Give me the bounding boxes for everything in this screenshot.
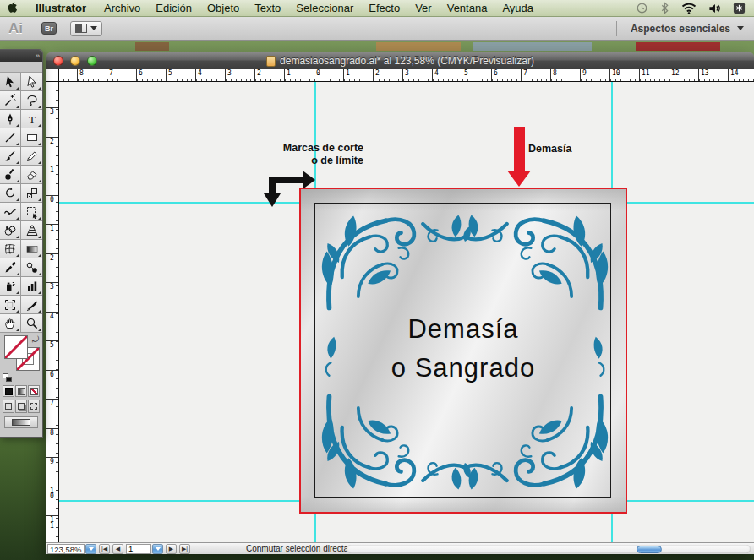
ruler-origin-corner[interactable]: [46, 69, 59, 82]
eyedropper-tool[interactable]: [0, 258, 21, 277]
default-fill-stroke-icon[interactable]: [3, 373, 13, 382]
last-page-button[interactable]: ▶|: [179, 544, 190, 554]
menu-status-icons: [636, 2, 754, 14]
menu-item-texto[interactable]: Texto: [247, 0, 288, 17]
direct-selection-tool[interactable]: [21, 73, 42, 91]
free-transform-tool[interactable]: [21, 203, 42, 221]
screen-mode-button[interactable]: [4, 416, 38, 428]
page-dropdown-button[interactable]: [152, 544, 163, 554]
canvas[interactable]: Demasía o Sangrado Marcas de corte o de …: [59, 82, 754, 542]
wifi-icon[interactable]: [681, 3, 697, 14]
zoom-window-button[interactable]: [87, 56, 97, 66]
eraser-tool[interactable]: [21, 166, 42, 184]
symbol-sprayer-tool[interactable]: [0, 277, 21, 296]
rectangle-tool[interactable]: [21, 128, 42, 147]
ruler-tick: [284, 69, 285, 82]
draw-inside-button[interactable]: [28, 400, 40, 413]
input-menu-icon[interactable]: [733, 2, 746, 14]
horizontal-scrollbar[interactable]: [347, 545, 751, 553]
gradient-tool[interactable]: [21, 240, 42, 258]
shape-builder-tool[interactable]: [0, 221, 21, 240]
draw-behind-button[interactable]: [15, 400, 27, 413]
hand-tool[interactable]: [0, 314, 21, 333]
page-number-field[interactable]: [126, 544, 151, 554]
paintbrush-tool[interactable]: [0, 147, 21, 166]
ruler-number: 8: [48, 431, 56, 437]
color-button[interactable]: [3, 385, 14, 397]
menu-item-edición[interactable]: Edición: [148, 0, 199, 17]
volume-icon[interactable]: [708, 3, 721, 14]
bleed-annotation[interactable]: Demasía: [528, 143, 571, 155]
tools-panel-grip[interactable]: [0, 62, 42, 73]
artboard-tool[interactable]: [0, 296, 21, 314]
blob-brush-tool[interactable]: [0, 166, 21, 184]
tool-hint-label: Conmutar selección directa: [246, 544, 348, 553]
ruler-number: 8: [553, 69, 557, 77]
arrange-documents-button[interactable]: [70, 21, 102, 36]
close-button[interactable]: [53, 56, 63, 66]
draw-normal-button[interactable]: [3, 400, 14, 413]
scrollbar-thumb[interactable]: [637, 546, 662, 553]
pencil-tool[interactable]: [21, 147, 42, 166]
zoom-dropdown-button[interactable]: [85, 544, 96, 554]
apple-menu[interactable]: [0, 1, 25, 16]
zoom-tool[interactable]: [21, 314, 42, 333]
ruler-tick: [343, 69, 344, 82]
perspective-grid-tool[interactable]: [21, 221, 42, 240]
drawing-modes-row: [0, 399, 42, 414]
lasso-tool[interactable]: [21, 91, 42, 110]
workspace-switcher[interactable]: Aspectos esenciales: [631, 23, 730, 35]
selection-tool[interactable]: [0, 73, 21, 91]
minimize-button[interactable]: [70, 56, 80, 66]
ruler-number: 9: [582, 69, 587, 77]
gradient-button[interactable]: [15, 385, 27, 397]
menu-item-ayuda[interactable]: Ayuda: [494, 0, 541, 17]
ruler-number: 0: [316, 69, 320, 77]
corner-arrows[interactable]: [262, 165, 321, 212]
tool-grid: T: [0, 73, 42, 333]
previous-page-button[interactable]: ◀: [112, 544, 123, 554]
type-tool[interactable]: T: [21, 110, 42, 128]
ruler-number: 2: [48, 139, 56, 145]
window-titlebar[interactable]: demasiaosangrado.ai* al 123,58% (CMYK/Pr…: [46, 52, 754, 69]
pen-tool[interactable]: [0, 110, 21, 128]
tools-panel-header[interactable]: »: [0, 50, 42, 62]
menu-item-efecto[interactable]: Efecto: [361, 0, 407, 17]
menu-item-illustrator[interactable]: Illustrator: [25, 0, 96, 17]
vertical-ruler[interactable]: 32101234567891 01 1: [46, 82, 59, 542]
ruler-tick: [107, 69, 107, 82]
first-page-button[interactable]: |◀: [99, 544, 110, 554]
menu-item-objeto[interactable]: Objeto: [199, 0, 247, 17]
slice-tool[interactable]: [21, 296, 42, 314]
ruler-number: 8: [79, 69, 84, 77]
menu-item-ver[interactable]: Ver: [407, 0, 440, 17]
horizontal-ruler[interactable]: 8765432101234567891011121314: [59, 69, 754, 82]
scale-tool[interactable]: [21, 184, 42, 203]
bridge-button[interactable]: Br: [41, 22, 57, 35]
rotate-tool[interactable]: [0, 184, 21, 203]
bleed-arrow[interactable]: [514, 127, 525, 171]
swap-fill-stroke-icon[interactable]: ⤾: [32, 334, 39, 345]
line-segment-tool[interactable]: [0, 128, 21, 147]
menu-item-ventana[interactable]: Ventana: [440, 0, 495, 17]
none-button[interactable]: [28, 385, 40, 397]
next-page-button[interactable]: ▶: [166, 544, 177, 554]
width-tool[interactable]: [0, 203, 21, 221]
bluetooth-icon[interactable]: [660, 2, 669, 14]
zoom-level-field[interactable]: 123,58%: [47, 544, 85, 554]
trim-annotation[interactable]: Marcas de corte o de límite: [283, 142, 363, 167]
menu-item-seleccionar[interactable]: Seleccionar: [288, 0, 361, 17]
label-artwork[interactable]: Demasía o Sangrado: [301, 189, 626, 512]
color-mode-row: [0, 383, 42, 399]
collapse-panel-icon[interactable]: »: [36, 52, 39, 60]
mesh-tool[interactable]: [0, 240, 21, 258]
ruler-tick: [314, 69, 314, 82]
column-graph-tool[interactable]: [21, 277, 42, 296]
magic-wand-tool[interactable]: [0, 91, 21, 110]
bleed-boundary[interactable]: Demasía o Sangrado: [299, 188, 627, 514]
blend-tool[interactable]: [21, 258, 42, 277]
ruler-number: 7: [109, 69, 113, 77]
time-machine-icon[interactable]: [636, 2, 648, 14]
fill-swatch-none[interactable]: [4, 335, 28, 359]
menu-item-archivo[interactable]: Archivo: [96, 0, 148, 17]
